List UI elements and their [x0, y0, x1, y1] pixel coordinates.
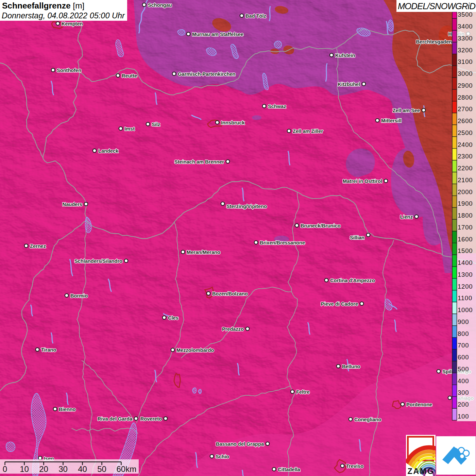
svg-text:Pieve di Cadore: Pieve di Cadore [321, 301, 358, 307]
svg-text:Riva del Garda: Riva del Garda [98, 416, 133, 422]
svg-text:2000: 2000 [458, 188, 473, 196]
svg-text:Lienz: Lienz [400, 214, 413, 220]
svg-text:Pordenone: Pordenone [406, 402, 432, 407]
svg-text:1700: 1700 [458, 224, 473, 231]
svg-text:3500: 3500 [458, 11, 473, 18]
svg-text:100: 100 [458, 413, 469, 420]
svg-text:300: 300 [458, 389, 469, 396]
svg-text:50: 50 [97, 464, 106, 474]
svg-text:Conegliano: Conegliano [354, 417, 381, 422]
svg-text:800: 800 [458, 330, 469, 337]
svg-text:MODEL/SNOWGRiD: MODEL/SNOWGRiD [398, 1, 476, 11]
svg-text:Silz: Silz [152, 122, 160, 127]
svg-text:Kitzbühel: Kitzbühel [338, 82, 360, 87]
svg-text:Schlanders/Silandro: Schlanders/Silandro [74, 258, 122, 264]
svg-text:ZAMG: ZAMG [407, 467, 434, 476]
svg-text:Feltre: Feltre [296, 389, 310, 395]
svg-text:Sterzing/Vipiteno: Sterzing/Vipiteno [226, 204, 267, 209]
svg-text:Bormio: Bormio [70, 293, 88, 299]
svg-text:500: 500 [458, 366, 469, 373]
svg-text:20: 20 [39, 464, 48, 474]
svg-text:Murnau am Staffelsee: Murnau am Staffelsee [192, 32, 243, 37]
svg-text:Schongau: Schongau [148, 2, 172, 8]
svg-text:Schio: Schio [216, 454, 229, 459]
svg-text:3100: 3100 [458, 58, 473, 65]
svg-text:2200: 2200 [458, 165, 473, 172]
svg-text:Zernez: Zernez [30, 243, 46, 249]
svg-text:1900: 1900 [458, 200, 473, 207]
svg-text:Donnerstag, 04.08.2022 05:00 U: Donnerstag, 04.08.2022 05:00 Uhr [2, 11, 125, 20]
svg-text:Brixen/Bressanone: Brixen/Bressanone [260, 240, 305, 245]
svg-text:Sonthofen: Sonthofen [57, 68, 81, 73]
svg-text:Bruneck/Brunico: Bruneck/Brunico [301, 223, 341, 228]
svg-text:Bassano del Grappa: Bassano del Grappa [216, 441, 264, 447]
svg-text:Sillian: Sillian [350, 235, 364, 240]
svg-text:Cles: Cles [168, 315, 178, 321]
svg-text:30: 30 [58, 464, 68, 474]
svg-text:Treviso: Treviso [346, 463, 363, 469]
svg-text:Matrei in Osttirol: Matrei in Osttirol [343, 178, 382, 184]
svg-text:Rovereto: Rovereto [140, 416, 162, 422]
svg-text:Landeck: Landeck [98, 148, 119, 154]
svg-text:400: 400 [458, 377, 469, 385]
svg-text:Kufstein: Kufstein [335, 53, 355, 58]
svg-text:1600: 1600 [458, 236, 473, 243]
svg-text:Bozen/Bolzano: Bozen/Bolzano [212, 291, 248, 296]
svg-text:Zell am See: Zell am See [393, 108, 420, 113]
svg-text:1400: 1400 [458, 259, 473, 266]
svg-text:Mezzolombardo: Mezzolombardo [176, 347, 214, 353]
svg-text:2300: 2300 [458, 153, 473, 160]
svg-text:3000: 3000 [458, 70, 473, 77]
svg-text:1300: 1300 [458, 271, 473, 278]
svg-text:Schwaz: Schwaz [268, 104, 286, 109]
svg-text:40: 40 [78, 464, 87, 474]
svg-text:Bienno: Bienno [59, 407, 76, 412]
svg-text:3200: 3200 [458, 47, 473, 54]
svg-text:Nauders: Nauders [63, 202, 82, 207]
svg-text:Bad Tölz: Bad Tölz [245, 13, 266, 19]
svg-text:Garmisch-Partenkirchen: Garmisch-Partenkirchen [178, 71, 236, 77]
svg-text:60km: 60km [117, 464, 137, 474]
svg-text:700: 700 [458, 342, 469, 349]
svg-text:Zell am Ziller: Zell am Ziller [293, 129, 323, 134]
svg-text:2600: 2600 [458, 117, 473, 124]
svg-text:Berchtesgaden: Berchtesgaden [416, 39, 452, 45]
svg-text:1100: 1100 [458, 294, 472, 302]
svg-text:1500: 1500 [458, 247, 473, 254]
svg-text:900: 900 [458, 318, 469, 325]
svg-text:200: 200 [458, 401, 469, 408]
svg-text:2100: 2100 [458, 176, 473, 184]
svg-text:Schneefallgrenze [m]: Schneefallgrenze [m] [2, 1, 84, 10]
svg-text:Tirano: Tirano [41, 347, 56, 353]
svg-text:Imst: Imst [124, 126, 135, 132]
svg-text:Reutte: Reutte [122, 73, 137, 79]
svg-text:3400: 3400 [458, 23, 473, 30]
svg-text:Steinach am Brenner: Steinach am Brenner [174, 159, 224, 165]
svg-text:Belluno: Belluno [342, 364, 360, 369]
svg-text:Innsbruck: Innsbruck [221, 120, 245, 125]
svg-text:2900: 2900 [458, 82, 473, 89]
svg-text:1000: 1000 [458, 306, 473, 313]
svg-text:2700: 2700 [458, 105, 473, 113]
svg-text:Kempten: Kempten [62, 21, 83, 27]
svg-text:2400: 2400 [458, 141, 473, 148]
svg-text:2500: 2500 [458, 129, 473, 136]
svg-text:Cortina d'Ampezzo: Cortina d'Ampezzo [330, 278, 375, 283]
svg-text:Mittersill: Mittersill [381, 118, 402, 123]
svg-text:0: 0 [3, 464, 7, 474]
svg-text:Predazzo: Predazzo [222, 326, 244, 332]
svg-text:10: 10 [20, 464, 29, 474]
svg-text:Meran/Merano: Meran/Merano [187, 250, 220, 255]
svg-text:2800: 2800 [458, 94, 473, 101]
svg-text:3300: 3300 [458, 35, 473, 42]
svg-text:1800: 1800 [458, 212, 473, 219]
svg-text:600: 600 [458, 354, 469, 361]
svg-text:Cittadella: Cittadella [278, 467, 301, 472]
svg-text:1200: 1200 [458, 283, 473, 290]
